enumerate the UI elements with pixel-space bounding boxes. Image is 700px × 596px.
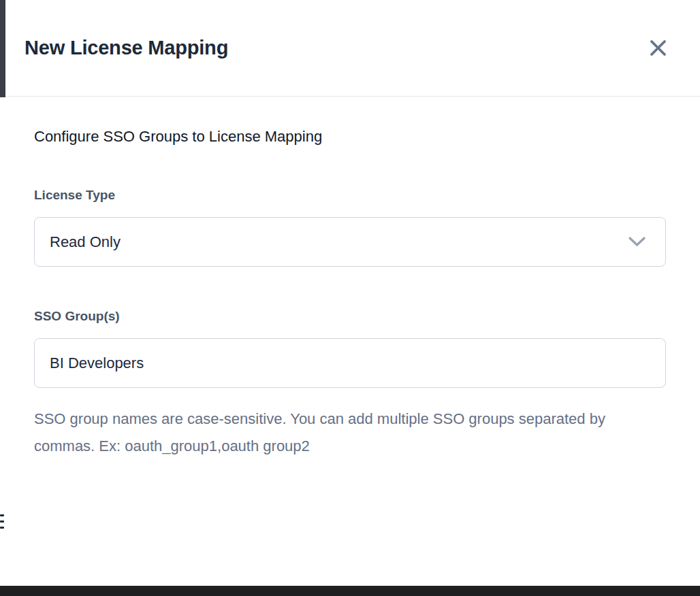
background-list-icon <box>0 514 4 529</box>
close-button[interactable] <box>645 35 671 61</box>
sso-groups-help-text: SSO group names are case-sensitive. You … <box>34 405 609 460</box>
background-bottom-edge <box>0 586 700 596</box>
background-left-edge <box>0 0 5 97</box>
sso-groups-label: SSO Group(s) <box>34 309 666 324</box>
close-icon <box>649 39 667 57</box>
license-type-selected-value: Read Only <box>50 233 121 251</box>
new-license-mapping-modal: New License Mapping Configure SSO Groups… <box>5 0 700 586</box>
license-type-field: License Type Read Only <box>34 188 666 267</box>
page-background: New License Mapping Configure SSO Groups… <box>0 0 700 596</box>
sso-groups-input[interactable] <box>34 338 666 388</box>
modal-header: New License Mapping <box>5 0 700 97</box>
modal-title: New License Mapping <box>25 37 228 59</box>
license-type-label: License Type <box>34 188 666 203</box>
chevron-down-icon <box>628 236 646 248</box>
modal-description: Configure SSO Groups to License Mapping <box>34 128 666 146</box>
license-type-select[interactable]: Read Only <box>34 217 666 267</box>
modal-body: Configure SSO Groups to License Mapping … <box>5 97 700 460</box>
sso-groups-field: SSO Group(s) SSO group names are case-se… <box>34 309 666 460</box>
